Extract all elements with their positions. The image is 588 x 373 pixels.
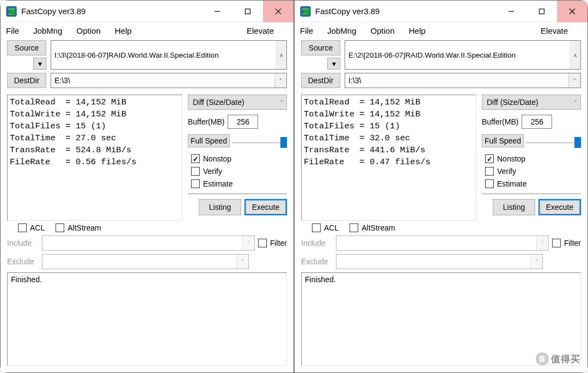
- menubar: File JobMng Option Help Elevate: [295, 22, 587, 39]
- filter-checkbox[interactable]: Filter: [552, 239, 581, 247]
- watermark: 值 值得买: [536, 352, 580, 365]
- exclude-input: ˅: [336, 254, 543, 269]
- menu-help[interactable]: Help: [115, 26, 132, 35]
- destdir-input[interactable]: I:\3\ ˅: [345, 73, 581, 88]
- exclude-label: Exclude: [7, 257, 39, 266]
- svg-text:FC: FC: [8, 9, 15, 15]
- titlebar[interactable]: FC FastCopy ver3.89: [295, 1, 587, 22]
- source-input[interactable]: E:\2\[2018-06-07]RAID.World.War.II.Speci…: [345, 40, 581, 70]
- menu-option[interactable]: Option: [371, 26, 395, 35]
- nonstop-checkbox[interactable]: Nonstop: [191, 154, 284, 163]
- buffer-label: Buffer(MB): [188, 117, 224, 126]
- acl-checkbox[interactable]: ACL: [312, 223, 339, 232]
- destdir-path: E:\3\: [51, 76, 274, 85]
- mode-select[interactable]: Diff (Size/Date)˅: [188, 95, 287, 110]
- destdir-path: I:\3\: [345, 76, 568, 85]
- speed-label[interactable]: Full Speed: [188, 134, 230, 147]
- listing-button[interactable]: Listing: [199, 199, 241, 215]
- menu-file[interactable]: File: [6, 26, 19, 35]
- exclude-label: Exclude: [301, 257, 333, 266]
- nonstop-checkbox[interactable]: Nonstop: [485, 154, 578, 163]
- execute-button[interactable]: Execute: [538, 199, 581, 215]
- window-title: FastCopy ver3.89: [315, 7, 496, 16]
- estimate-checkbox[interactable]: Estimate: [485, 179, 578, 188]
- exclude-input: ˅: [42, 254, 249, 269]
- acl-checkbox[interactable]: ACL: [18, 223, 45, 232]
- app-icon: FC: [300, 6, 311, 17]
- stats-panel: TotalRead = 14,152 MiB TotalWrite = 14,1…: [301, 95, 476, 221]
- verify-checkbox[interactable]: Verify: [191, 167, 284, 176]
- source-input[interactable]: I:\3\[2018-06-07]RAID.World.War.II.Speci…: [51, 40, 287, 70]
- include-input: ˅: [336, 235, 549, 251]
- minimize-button[interactable]: [202, 1, 232, 22]
- source-button[interactable]: Source: [7, 40, 46, 55]
- speed-slider[interactable]: [526, 135, 581, 146]
- maximize-button[interactable]: [526, 1, 557, 22]
- source-history-button[interactable]: ▾: [327, 58, 340, 70]
- listing-button[interactable]: Listing: [493, 199, 535, 215]
- window-title: FastCopy ver3.89: [21, 7, 202, 16]
- buffer-input[interactable]: 256: [228, 115, 258, 129]
- close-button[interactable]: [263, 1, 293, 22]
- source-path: I:\3\[2018-06-07]RAID.World.War.II.Speci…: [51, 41, 275, 69]
- minimize-button[interactable]: [496, 1, 526, 22]
- menubar: File JobMng Option Help Elevate: [1, 22, 293, 39]
- menu-help[interactable]: Help: [409, 26, 426, 35]
- execute-button[interactable]: Execute: [244, 199, 287, 215]
- include-input: ˅: [42, 235, 255, 251]
- menu-jobmng[interactable]: JobMng: [327, 26, 356, 35]
- fastcopy-window: FC FastCopy ver3.89 File JobMng Option H…: [0, 0, 294, 373]
- source-history-button[interactable]: ▾: [33, 58, 46, 70]
- destdir-input[interactable]: E:\3\ ˅: [51, 73, 287, 88]
- maximize-button[interactable]: [232, 1, 263, 22]
- titlebar[interactable]: FC FastCopy ver3.89: [1, 1, 293, 22]
- scroll-up-icon[interactable]: ∧: [569, 41, 580, 69]
- menu-file[interactable]: File: [300, 26, 313, 35]
- include-label: Include: [7, 239, 39, 247]
- mode-select[interactable]: Diff (Size/Date)˅: [482, 95, 581, 110]
- speed-label[interactable]: Full Speed: [482, 134, 524, 147]
- stats-panel: TotalRead = 14,152 MiB TotalWrite = 14,1…: [7, 95, 182, 221]
- scroll-up-icon[interactable]: ∧: [275, 41, 286, 69]
- destdir-button[interactable]: DestDir: [7, 73, 46, 88]
- altstream-checkbox[interactable]: AltStream: [56, 223, 101, 232]
- source-button[interactable]: Source: [301, 40, 340, 55]
- menu-elevate[interactable]: Elevate: [541, 26, 568, 35]
- source-path: E:\2\[2018-06-07]RAID.World.War.II.Speci…: [345, 41, 569, 69]
- menu-elevate[interactable]: Elevate: [247, 26, 274, 35]
- chevron-down-icon[interactable]: ˅: [568, 73, 580, 88]
- app-icon: FC: [6, 6, 17, 17]
- estimate-checkbox[interactable]: Estimate: [191, 179, 284, 188]
- fastcopy-window: FC FastCopy ver3.89 File JobMng Option H…: [294, 0, 588, 373]
- svg-rect-4: [246, 9, 250, 14]
- filter-checkbox[interactable]: Filter: [258, 239, 287, 247]
- svg-rect-11: [540, 9, 544, 14]
- verify-checkbox[interactable]: Verify: [485, 167, 578, 176]
- include-label: Include: [301, 239, 333, 247]
- altstream-checkbox[interactable]: AltStream: [350, 223, 395, 232]
- menu-jobmng[interactable]: JobMng: [33, 26, 62, 35]
- svg-text:FC: FC: [302, 9, 309, 15]
- chevron-down-icon[interactable]: ˅: [274, 73, 286, 88]
- buffer-label: Buffer(MB): [482, 117, 518, 126]
- destdir-button[interactable]: DestDir: [301, 73, 340, 88]
- options-panel: Diff (Size/Date)˅ Buffer(MB) 256 Full Sp…: [188, 95, 287, 221]
- close-button[interactable]: [557, 1, 587, 22]
- log-output: Finished.: [7, 272, 287, 366]
- menu-option[interactable]: Option: [77, 26, 101, 35]
- watermark-icon: 值: [536, 352, 549, 365]
- options-panel: Diff (Size/Date)˅ Buffer(MB) 256 Full Sp…: [482, 95, 581, 221]
- buffer-input[interactable]: 256: [522, 115, 552, 129]
- speed-slider[interactable]: [232, 135, 287, 146]
